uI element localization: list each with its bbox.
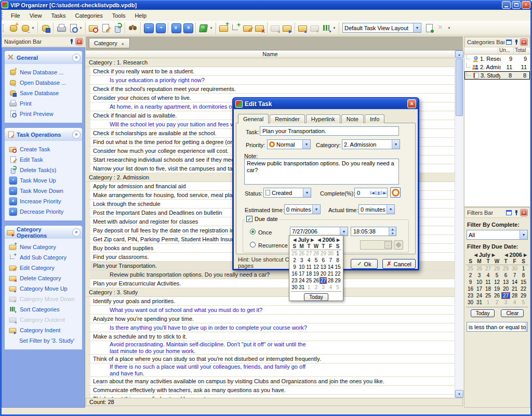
decrease-priority-button[interactable] [170,22,182,34]
calendar-day[interactable]: 19 [313,270,320,277]
task-note-row[interactable]: If there is no such a place wait until y… [86,363,455,377]
nav-group-header[interactable]: General [5,51,82,64]
calendar-day[interactable]: 25 [466,265,475,272]
today-button[interactable]: Today [304,293,328,301]
search-button[interactable] [127,22,139,34]
collapse-chevron-icon[interactable] [72,54,81,62]
close-button[interactable]: × [522,1,530,9]
calendar-day[interactable]: 10 [298,264,305,270]
task-row[interactable]: Check if you really want to be a student… [86,67,455,76]
calendar-day[interactable]: 28 [327,277,334,284]
tab-reminder[interactable]: Reminder [270,114,305,123]
calendar-day[interactable]: 28 [493,265,501,272]
calendar-day[interactable]: 12 [313,264,320,270]
create-task-button[interactable] [87,22,99,34]
chevron-down-icon[interactable]: ▼ [31,27,35,30]
calendar-day[interactable]: 30 [510,265,519,272]
sidebar-item-task-move-down[interactable]: Task Move Down [8,186,81,195]
estimated-time-select[interactable]: 0 minutes ▼ [284,204,321,214]
calendar-day[interactable]: 18 [484,285,493,292]
task-input[interactable]: Plan your Transportation. [260,126,399,136]
sidebar-item-task-move-up[interactable]: Task Move Up [8,176,81,185]
clear-button[interactable]: Clear [501,309,524,317]
calendar-day[interactable]: 27 [501,292,510,299]
task-move-down-button[interactable] [142,22,154,34]
category-row[interactable]: 1. Resear99 [464,55,530,63]
calendar-day[interactable]: 6 [320,257,327,264]
task-row[interactable]: Make a schedule and try to stick to it. [86,332,455,341]
next-month-icon[interactable]: ▶ [309,238,315,242]
calendar-day[interactable]: 27 [484,265,493,272]
recurrence-radio[interactable] [250,242,256,248]
category-row[interactable]: 3. Study88 [464,71,530,80]
calendar-day[interactable]: 11 [305,264,313,270]
calendar-day[interactable]: 11 [484,279,493,285]
new-category-button[interactable] [218,22,230,34]
calendar-day[interactable]: 5 [493,272,501,279]
sidebar-item-save-database[interactable]: Save Database [8,88,81,97]
add-sub-category-button[interactable] [230,22,242,34]
edit-category-button[interactable] [242,22,254,34]
calendar-day[interactable]: 20 [501,285,510,292]
calendar-day[interactable]: 7 [510,272,519,279]
close-icon[interactable] [521,210,527,216]
due-date-checkbox[interactable]: ✓ [246,216,252,222]
priority-select[interactable]: Normal ▼ [267,139,311,149]
calendar-day[interactable]: 28 [510,292,519,299]
sidebar-item-edit-category[interactable]: Edit Category [8,263,81,272]
print-button[interactable] [55,22,67,34]
calendar-day[interactable]: 17 [298,270,305,277]
sidebar-item-decrease-priority[interactable]: Decrease Priority [8,207,81,216]
name-column-header[interactable]: Name [86,50,455,58]
calendar-day[interactable]: 29 [320,250,327,257]
pin-icon[interactable] [69,38,74,45]
calendar-day[interactable]: 29 [334,277,341,284]
category-indent-button[interactable] [281,22,293,34]
calendar-day[interactable]: 3 [501,299,510,306]
calendar-day[interactable]: 4 [484,272,493,279]
menu-tasks[interactable]: Tasks [46,11,70,20]
calendar-day[interactable]: 1 [519,265,528,272]
calendar-day[interactable]: 23 [291,277,298,284]
sidebar-item-new-database[interactable]: New Database ... [8,68,81,76]
prev-year-icon[interactable]: ◀ [316,238,323,242]
calendar-day[interactable]: 3 [298,257,305,264]
sidebar-item-category-indent[interactable]: Category Indent [8,326,81,334]
actual-time-select[interactable]: 0 minutes ▼ [358,204,395,214]
category-group-header[interactable]: Category : 3. Study [86,288,455,297]
menu-view[interactable]: View [25,11,47,20]
prev-month-icon[interactable]: ◀ [473,253,479,257]
calendar-day[interactable]: 26 [475,265,484,272]
title-bar[interactable]: VIP Organizer [C:\student-checklistvpdb.… [0,0,532,10]
calendar-day[interactable]: 28 [313,250,320,257]
category-row[interactable]: 2. Admissi1111 [464,63,530,71]
calendar-day[interactable]: 22 [334,270,341,277]
tab-general[interactable]: General [238,114,269,124]
category-select[interactable]: 2. Admission ▼ [342,139,400,149]
calendar-day[interactable]: 19 [493,285,501,292]
vertical-scrollbar[interactable]: ▲ ▼ [455,50,463,398]
task-row[interactable]: Think of a place where you can study so … [86,355,455,363]
menu-file[interactable]: File [6,11,25,20]
chevron-down-icon[interactable]: ▼ [209,27,214,30]
calendar-day[interactable]: 1 [484,299,493,306]
task-view-layout-select[interactable]: Default Task View Layout▼ [342,23,421,33]
note-textarea[interactable]: Review public transportation options. Do… [244,159,399,185]
calendar-day[interactable]: 27 [305,250,313,257]
calendar-day[interactable]: 26 [298,250,305,257]
calendar-day[interactable]: 23 [466,292,475,299]
calendar-day[interactable]: 29 [519,292,528,299]
calendar-day[interactable]: 31 [298,284,305,291]
prev-year-icon[interactable]: ◀ [503,253,510,257]
task-row[interactable]: Analyze how you're spending your time. [86,315,455,323]
close-icon[interactable] [521,39,527,45]
filter-complete-select[interactable]: All ▼ [467,230,528,240]
sidebar-item-delete-task-s[interactable]: Delete Task(s) [8,165,81,174]
calendar-day[interactable]: 2 [466,272,475,279]
calendar-day[interactable]: 16 [291,270,298,277]
minimize-button[interactable] [502,1,511,9]
dialog-close-button[interactable]: × [407,99,416,108]
calendar-day[interactable]: 21 [510,285,519,292]
calendar-day[interactable]: 8 [519,272,528,279]
spin-updown-icon[interactable]: ▲▼ [389,227,396,236]
